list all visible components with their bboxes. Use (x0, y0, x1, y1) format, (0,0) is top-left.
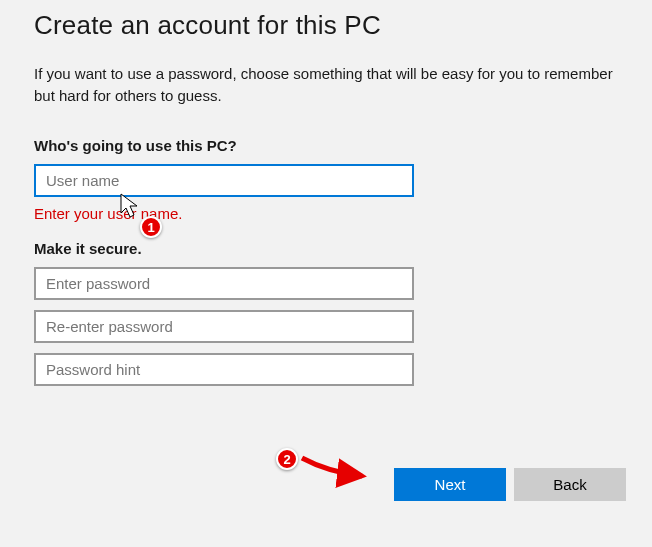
password-hint-input[interactable] (34, 353, 414, 386)
page-title: Create an account for this PC (34, 10, 618, 41)
back-button[interactable]: Back (514, 468, 626, 501)
next-button[interactable]: Next (394, 468, 506, 501)
username-input[interactable] (34, 164, 414, 197)
page-description: If you want to use a password, choose so… (34, 63, 618, 107)
arrow-icon (298, 448, 378, 488)
reenter-password-input[interactable] (34, 310, 414, 343)
username-error: Enter your user name. (34, 205, 618, 222)
secure-section-label: Make it secure. (34, 240, 618, 257)
user-section-label: Who's going to use this PC? (34, 137, 618, 154)
annotation-marker-2: 2 (276, 448, 298, 470)
password-input[interactable] (34, 267, 414, 300)
